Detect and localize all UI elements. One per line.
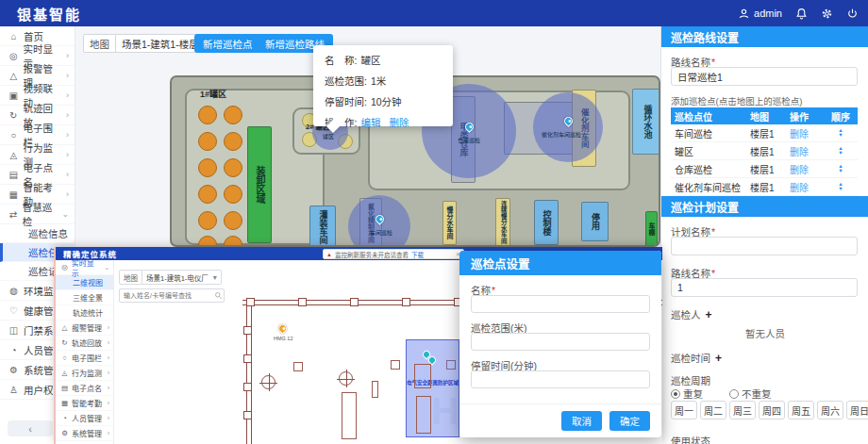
sw-sidebar-item-personnel[interactable]: ◔人员管理› <box>56 411 113 426</box>
loading-zone: 装卸区域 <box>247 126 272 243</box>
sw-sidebar-item-realtime[interactable]: ◎实时显示⌄ <box>56 260 113 275</box>
chevron-right-icon: › <box>108 400 109 406</box>
bell-icon[interactable] <box>795 8 808 20</box>
add-point-hint: 添加巡检点(点击地图上的巡检点) <box>671 94 802 107</box>
sw-sidebar-item-alarm[interactable]: △报警管理› <box>56 321 113 336</box>
cad-column <box>350 298 359 306</box>
no-repeat-radio[interactable]: 不重复 <box>729 386 771 401</box>
warning-icon: ▲ <box>326 252 332 257</box>
radio-icon <box>729 389 739 399</box>
fence-icon: ○ <box>8 130 19 140</box>
delete-link[interactable]: 删除 <box>790 180 827 194</box>
dialog-header: 巡检点设置 <box>459 251 661 275</box>
username: admin <box>754 8 782 19</box>
sw-sidebar-item-system[interactable]: ⚙系统管理› <box>56 426 113 441</box>
settings-icon: ⚙ <box>60 429 69 437</box>
route-name-input[interactable] <box>671 67 858 86</box>
plan-route-name-input[interactable] <box>671 278 858 297</box>
patrol-pin-catalyst-label: 催化剂车间巡检 <box>542 130 581 139</box>
sw-sidebar-item-rollcall[interactable]: ▤电子点名› <box>56 381 113 396</box>
search-icon <box>214 291 223 300</box>
edit-link[interactable]: 编辑 <box>360 115 380 129</box>
sort-arrows[interactable]: ▲▼ <box>838 146 843 156</box>
day-button-mon[interactable]: 周一 <box>671 401 697 419</box>
day-button-sun[interactable]: 周日 <box>846 401 868 419</box>
chevron-right-icon: › <box>66 110 69 120</box>
app-root: 银基智能 admin ⌂首页 ◎实时显示› △报警管理› ▣视频联动› ↻轨迹回… <box>0 0 868 444</box>
confirm-button[interactable]: 确定 <box>609 411 650 431</box>
sw-search-input[interactable] <box>119 288 225 303</box>
health-icon: ♡ <box>8 305 19 316</box>
sub-window-sidebar: ◎实时显示⌄ 二维视图 三维全景 轨迹统计 △报警管理› ↻轨迹回放› ○电子围… <box>56 260 114 444</box>
cad-column <box>243 411 252 419</box>
door-icon: ◫ <box>8 325 19 336</box>
sort-arrows[interactable]: ▲▼ <box>838 128 843 138</box>
sidebar-item-patrol[interactable]: ⇄智慧巡检⌄ <box>0 205 75 224</box>
permission-icon: ♙ <box>8 385 19 395</box>
patrol-cycle-label: 巡检周期 <box>671 373 710 387</box>
day-button-tue[interactable]: 周二 <box>700 401 726 419</box>
delete-link[interactable]: 删除 <box>790 162 827 176</box>
chevron-right-icon: › <box>108 415 109 421</box>
power-icon[interactable] <box>846 8 859 20</box>
people-icon: ◔ <box>60 414 69 422</box>
chevron-down-icon: ⌄ <box>104 264 109 271</box>
delete-link[interactable]: 删除 <box>790 126 827 140</box>
sw-sidebar-item-fence[interactable]: ○电子围栏› <box>56 351 113 366</box>
tooltip-row: 名 称:罐区 <box>325 53 442 67</box>
sw-sidebar-subitem-3d-view[interactable]: 三维全景 <box>56 290 113 305</box>
user-menu[interactable]: admin <box>738 8 782 20</box>
point-name-input[interactable] <box>471 295 650 313</box>
add-person-button[interactable]: + <box>706 308 712 321</box>
cad-box <box>293 362 303 371</box>
sort-arrows[interactable]: ▲▼ <box>838 182 843 191</box>
monitor-icon: ◬ <box>60 369 69 377</box>
add-time-button[interactable]: + <box>715 352 722 365</box>
cad-equipment-small <box>372 381 378 398</box>
day-button-fri[interactable]: 周五 <box>788 401 814 419</box>
gear-icon[interactable] <box>821 8 833 20</box>
chevron-right-icon: › <box>66 189 69 199</box>
continuous-slow-water-building: 连续慢分水车间 <box>495 198 510 247</box>
tank-circle <box>224 211 242 230</box>
sort-arrows[interactable]: ▲▼ <box>838 164 843 173</box>
sw-sidebar-subitem-track-stats[interactable]: 轨迹统计 <box>56 305 113 321</box>
video-icon: ▣ <box>8 90 19 101</box>
sw-sidebar-item-playback[interactable]: ↻轨迹回放› <box>56 336 113 351</box>
patrol-point-tooltip: 名 称:罐区 巡检范围:1米 停留时间:10分钟 操 作:编辑删除 <box>313 45 453 126</box>
sw-map-select[interactable]: 场景1-建筑1-电仪厂▾ <box>142 270 222 285</box>
sw-sidebar-item-behavior[interactable]: ◬行为监测› <box>56 366 113 381</box>
sw-sidebar-item-attendance[interactable]: ▦智能考勤› <box>56 396 113 411</box>
cad-column <box>402 298 410 306</box>
carport-building: 车棚 <box>645 211 658 247</box>
tank-circle <box>198 158 217 177</box>
tooltip-actions-row: 操 作:编辑删除 <box>325 115 442 129</box>
delete-link[interactable]: 删除 <box>389 115 409 129</box>
settings-icon: ⚙ <box>8 365 19 375</box>
delete-link[interactable]: 删除 <box>790 144 827 158</box>
chevron-right-icon: › <box>66 150 69 159</box>
notice-download-link[interactable]: 下载 <box>411 250 424 259</box>
plan-name-input[interactable] <box>671 237 858 255</box>
point-stay-input[interactable] <box>471 370 650 388</box>
day-button-thu[interactable]: 周四 <box>759 401 785 419</box>
table-row: 车间巡检 楼层1 删除 ▲▼ <box>671 124 858 142</box>
chevron-right-icon: › <box>108 370 109 376</box>
app-header: 银基智能 admin <box>0 0 868 26</box>
point-range-input[interactable] <box>471 333 650 351</box>
user-icon <box>738 8 750 20</box>
tank-circle <box>224 106 242 124</box>
map-label: 地图 <box>83 34 116 53</box>
monitor-icon: ◬ <box>8 150 19 160</box>
alarm-icon: △ <box>60 323 69 332</box>
add-patrol-point-button[interactable]: 新增巡检点 <box>194 34 261 53</box>
table-row: 罐区 楼层1 删除 ▲▼ <box>671 142 858 160</box>
day-button-wed[interactable]: 周三 <box>729 401 756 419</box>
cancel-button[interactable]: 取消 <box>561 411 602 431</box>
sidebar-collapse-button[interactable]: ‹ <box>8 420 53 436</box>
sw-sidebar-subitem-2d-view[interactable]: 二维视图 <box>56 275 113 290</box>
repeat-radio[interactable]: 重复 <box>671 386 703 401</box>
day-button-sat[interactable]: 周六 <box>817 401 843 419</box>
tank-circle <box>198 185 217 204</box>
person-tag-pin[interactable] <box>276 322 289 335</box>
